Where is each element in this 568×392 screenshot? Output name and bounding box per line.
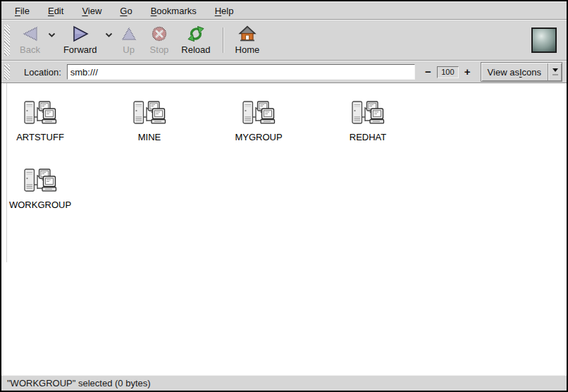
stop-icon [151, 25, 168, 43]
zoom-in-button[interactable]: + [463, 67, 472, 77]
back-history-button[interactable] [48, 22, 56, 59]
stop-button[interactable]: Stop [144, 22, 175, 59]
view-as-dropdown[interactable]: View as ​Icons [481, 62, 562, 82]
reload-icon [187, 25, 205, 43]
menu-help-rest: elp [221, 6, 233, 16]
up-button[interactable]: Up [114, 22, 144, 59]
network-workgroup-icon [242, 100, 276, 128]
view-as-pre: View as [488, 67, 519, 78]
zoom-level-indicator[interactable]: 100 [437, 66, 459, 78]
status-bar: "WORKGROUP" selected (0 bytes) [1, 375, 567, 391]
item-label: ARTSTUFF [16, 132, 64, 142]
status-text: "WORKGROUP" selected (0 bytes) [7, 378, 151, 388]
dropdown-arrow-icon [549, 63, 562, 81]
menu-view[interactable]: View [73, 4, 111, 18]
workgroup-item-mygroup[interactable]: MYGROUP [220, 100, 297, 142]
view-as-label: View as ​Icons [481, 63, 548, 81]
menu-edit-mnemonic: E [48, 6, 54, 16]
network-workgroup-icon [23, 100, 57, 128]
zoom-out-button[interactable]: − [424, 67, 433, 77]
file-manager-window: File Edit View Go Bookmarks Help Back [0, 0, 568, 392]
throbber-icon [531, 27, 557, 53]
view-as-rest: cons [522, 67, 541, 78]
workgroup-item-artstuff[interactable]: ARTSTUFF [1, 100, 79, 142]
menubar: File Edit View Go Bookmarks Help [1, 1, 567, 20]
menu-go-mnemonic: G [120, 6, 127, 16]
network-workgroup-icon [351, 100, 385, 128]
stop-label: Stop [150, 45, 169, 55]
back-label: Back [20, 45, 40, 55]
menu-edit-rest: dit [54, 6, 64, 16]
workgroup-item-workgroup[interactable]: WORKGROUP [1, 168, 79, 210]
pane-edge-line [6, 83, 7, 262]
menu-view-mnemonic: V [82, 6, 87, 16]
up-icon [121, 25, 137, 43]
menu-help-mnemonic: H [215, 6, 221, 16]
workgroup-item-redhat[interactable]: REDHAT [329, 100, 407, 142]
icon-grid: ARTSTUFF MINE MYGROUP REDHAT WORKGROUP [1, 100, 567, 210]
menu-help[interactable]: Help [206, 4, 243, 18]
back-icon [20, 25, 39, 43]
forward-icon [71, 25, 89, 43]
zoom-controls: − 100 + [424, 66, 472, 78]
item-label: REDHAT [350, 132, 386, 142]
forward-history-button[interactable] [105, 22, 113, 59]
reload-label: Reload [181, 45, 210, 55]
network-workgroup-icon [23, 168, 57, 196]
location-input[interactable] [67, 64, 415, 80]
home-button[interactable]: Home [229, 22, 266, 59]
menu-bookmarks[interactable]: Bookmarks [142, 4, 206, 18]
item-label: WORKGROUP [9, 200, 71, 210]
location-bar: Location: − 100 + View as ​Icons [1, 61, 567, 83]
menu-file-rest: ile [20, 6, 30, 16]
toolbar-separator [223, 27, 223, 53]
icon-view[interactable]: ARTSTUFF MINE MYGROUP REDHAT WORKGROUP [1, 83, 567, 375]
location-label: Location: [24, 67, 61, 78]
menu-view-rest: iew [88, 6, 102, 16]
chevron-down-icon [105, 32, 113, 38]
item-label: MINE [138, 132, 161, 142]
reload-button[interactable]: Reload [175, 22, 216, 59]
home-label: Home [235, 45, 260, 55]
forward-button[interactable]: Forward [57, 22, 104, 59]
item-label: MYGROUP [235, 132, 282, 142]
menu-edit[interactable]: Edit [39, 4, 73, 18]
menu-go-rest: o [127, 6, 132, 16]
toolbar-drag-handle[interactable] [4, 25, 10, 56]
back-button[interactable]: Back [13, 22, 47, 59]
menu-file[interactable]: File [6, 4, 39, 18]
workgroup-item-mine[interactable]: MINE [111, 100, 188, 142]
toolbar: Back Forward [1, 20, 567, 61]
menu-file-mnemonic: F [15, 6, 20, 16]
menu-bookmarks-rest: ookmarks [156, 6, 196, 16]
menu-go[interactable]: Go [111, 4, 141, 18]
chevron-down-icon [48, 32, 56, 38]
forward-label: Forward [63, 45, 97, 55]
up-label: Up [123, 45, 135, 55]
network-workgroup-icon [132, 100, 166, 128]
home-icon [238, 25, 257, 43]
location-bar-drag-handle[interactable] [4, 64, 10, 80]
